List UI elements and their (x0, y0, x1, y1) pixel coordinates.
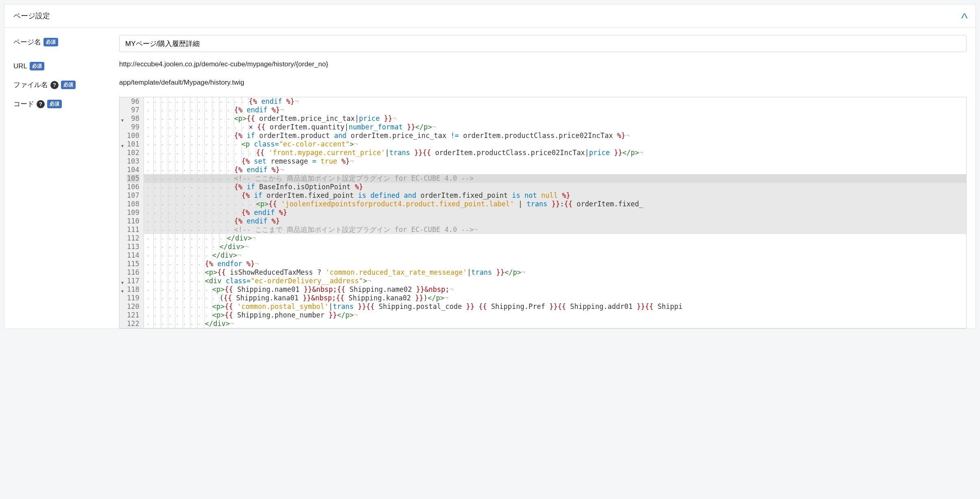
panel-header[interactable]: ページ設定 ᐱ (4, 4, 976, 28)
label-page-name: ページ名 必須 (13, 35, 119, 47)
editor-gutter[interactable]: 969798▼99100101▼102103104105106107108109… (120, 97, 144, 328)
page-name-label-text: ページ名 (13, 37, 41, 47)
row-file-name: ファイル名 ? 必須 app/template/default/Mypage/h… (13, 78, 967, 90)
required-badge: 必須 (44, 38, 58, 46)
panel-title: ページ設定 (13, 11, 50, 21)
file-name-label-text: ファイル名 (13, 80, 48, 90)
page-name-input[interactable] (119, 35, 967, 52)
code-label-text: コード (13, 99, 34, 109)
label-file-name: ファイル名 ? 必須 (13, 78, 119, 90)
url-label-text: URL (13, 62, 27, 70)
row-code: コード ? 必須 969798▼99100101▼102103104105106… (13, 97, 967, 328)
row-url: URL 必須 http://eccube4.joolen.co.jp/demo/… (13, 59, 967, 70)
label-code: コード ? 必須 (13, 97, 119, 109)
required-badge: 必須 (47, 100, 62, 108)
panel-body: ページ名 必須 URL 必須 http://eccube4.joolen.co.… (4, 28, 976, 328)
chevron-up-icon[interactable]: ᐱ (961, 12, 967, 20)
help-icon[interactable]: ? (37, 100, 45, 108)
required-badge: 必須 (61, 81, 76, 89)
help-icon[interactable]: ? (50, 81, 59, 89)
file-name-value: app/template/default/Mypage/history.twig (119, 78, 967, 87)
code-editor[interactable]: 969798▼99100101▼102103104105106107108109… (119, 97, 967, 328)
editor-code-area[interactable]: ··············{% endif %}¬············{%… (144, 97, 966, 328)
url-value: http://eccube4.joolen.co.jp/demo/ec-cube… (119, 59, 967, 68)
label-url: URL 必須 (13, 59, 119, 70)
page-settings-panel: ページ設定 ᐱ ページ名 必須 URL 必須 http://eccube4.jo… (4, 4, 976, 329)
required-badge: 必須 (30, 62, 44, 70)
row-page-name: ページ名 必須 (13, 35, 967, 52)
